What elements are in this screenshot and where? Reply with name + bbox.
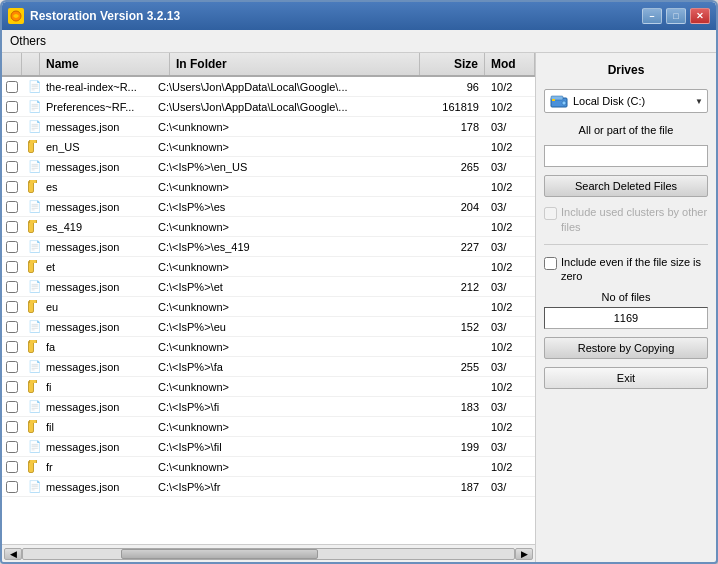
- table-row[interactable]: filC:\<unknown>10/2: [2, 417, 535, 437]
- minimize-button[interactable]: –: [642, 8, 662, 24]
- drives-section-title: Drives: [544, 63, 708, 77]
- include-zero-size-checkbox[interactable]: [544, 257, 557, 270]
- table-row[interactable]: fiC:\<unknown>10/2: [2, 377, 535, 397]
- table-row[interactable]: en_USC:\<unknown>10/2: [2, 137, 535, 157]
- row-checkbox[interactable]: [6, 221, 18, 233]
- drive-selector[interactable]: Local Disk (C:) ▼: [544, 89, 708, 113]
- include-used-clusters-checkbox[interactable]: [544, 207, 557, 220]
- cell-folder: C:\<unknown>: [152, 180, 420, 194]
- file-icon: 📄: [28, 160, 40, 174]
- col-size-header[interactable]: Size: [420, 53, 485, 75]
- table-row[interactable]: 📄messages.jsonC:\<IsP%>\es20403/: [2, 197, 535, 217]
- table-row[interactable]: frC:\<unknown>10/2: [2, 457, 535, 477]
- title-bar: Restoration Version 3.2.13 – □ ✕: [2, 2, 716, 30]
- cell-mod: 03/: [485, 360, 535, 374]
- cell-mod: 10/2: [485, 420, 535, 434]
- row-checkbox[interactable]: [6, 301, 18, 313]
- menu-others[interactable]: Others: [10, 34, 46, 48]
- row-checkbox[interactable]: [6, 321, 18, 333]
- cell-size: [420, 266, 485, 268]
- scroll-left-btn[interactable]: ◀: [4, 548, 22, 560]
- row-checkbox[interactable]: [6, 121, 18, 133]
- h-scrollbar-track[interactable]: [22, 548, 515, 560]
- table-row[interactable]: 📄messages.jsonC:\<IsP%>\fil19903/: [2, 437, 535, 457]
- cell-name: fa: [40, 340, 152, 354]
- table-row[interactable]: 📄messages.jsonC:\<IsP%>\fi18303/: [2, 397, 535, 417]
- row-checkbox[interactable]: [6, 81, 18, 93]
- cell-size: 265: [420, 160, 485, 174]
- file-icon: 📄: [28, 320, 40, 334]
- row-checkbox[interactable]: [6, 421, 18, 433]
- table-row[interactable]: 📄messages.jsonC:\<IsP%>\es_41922703/: [2, 237, 535, 257]
- row-checkbox[interactable]: [6, 261, 18, 273]
- file-icon: 📄: [28, 440, 40, 454]
- row-checkbox[interactable]: [6, 181, 18, 193]
- col-mod-header[interactable]: Mod: [485, 53, 535, 75]
- include-used-clusters-label: Include used clusters by other files: [561, 205, 708, 234]
- row-checkbox[interactable]: [6, 201, 18, 213]
- cell-name: the-real-index~R...: [40, 80, 152, 94]
- drive-dropdown-arrow[interactable]: ▼: [695, 97, 703, 106]
- row-checkbox[interactable]: [6, 161, 18, 173]
- cell-folder: C:\<IsP%>\eu: [152, 320, 420, 334]
- cell-name: messages.json: [40, 280, 152, 294]
- row-checkbox[interactable]: [6, 441, 18, 453]
- table-row[interactable]: 📄messages.jsonC:\<IsP%>\eu15203/: [2, 317, 535, 337]
- table-row[interactable]: 📄messages.jsonC:\<IsP%>\et21203/: [2, 277, 535, 297]
- cell-name: eu: [40, 300, 152, 314]
- row-checkbox[interactable]: [6, 461, 18, 473]
- table-row[interactable]: 📄messages.jsonC:\<IsP%>\fa25503/: [2, 357, 535, 377]
- h-scrollbar-thumb[interactable]: [121, 549, 317, 559]
- folder-icon: [28, 261, 34, 273]
- close-button[interactable]: ✕: [690, 8, 710, 24]
- table-row[interactable]: 📄the-real-index~R...C:\Users\Jon\AppData…: [2, 77, 535, 97]
- cell-folder: C:\<IsP%>\en_US: [152, 160, 420, 174]
- cell-folder: C:\<unknown>: [152, 220, 420, 234]
- table-row[interactable]: 📄messages.jsonC:\<unknown>17803/: [2, 117, 535, 137]
- cell-folder: C:\<IsP%>\fi: [152, 400, 420, 414]
- table-row[interactable]: 📄Preferences~RF...C:\Users\Jon\AppData\L…: [2, 97, 535, 117]
- cell-folder: C:\<IsP%>\es: [152, 200, 420, 214]
- table-row[interactable]: es_419C:\<unknown>10/2: [2, 217, 535, 237]
- file-panel: Name In Folder Size Mod 📄the-real-index~…: [2, 53, 536, 562]
- row-checkbox[interactable]: [6, 281, 18, 293]
- row-checkbox[interactable]: [6, 481, 18, 493]
- row-checkbox[interactable]: [6, 341, 18, 353]
- table-row[interactable]: 📄messages.jsonC:\<IsP%>\fr18703/: [2, 477, 535, 497]
- cell-mod: 03/: [485, 480, 535, 494]
- cell-size: 96: [420, 80, 485, 94]
- scroll-right-btn[interactable]: ▶: [515, 548, 533, 560]
- col-folder-header[interactable]: In Folder: [170, 53, 420, 75]
- table-body[interactable]: 📄the-real-index~R...C:\Users\Jon\AppData…: [2, 77, 535, 544]
- table-row[interactable]: euC:\<unknown>10/2: [2, 297, 535, 317]
- row-checkbox[interactable]: [6, 101, 18, 113]
- files-count-section: No of files 1169: [544, 291, 708, 329]
- table-row[interactable]: esC:\<unknown>10/2: [2, 177, 535, 197]
- row-checkbox[interactable]: [6, 141, 18, 153]
- file-icon: 📄: [28, 100, 40, 114]
- file-icon: 📄: [28, 400, 40, 414]
- table-row[interactable]: etC:\<unknown>10/2: [2, 257, 535, 277]
- table-row[interactable]: 📄messages.jsonC:\<IsP%>\en_US26503/: [2, 157, 535, 177]
- cell-name: fil: [40, 420, 152, 434]
- cell-folder: C:\<IsP%>\et: [152, 280, 420, 294]
- col-icon-header: [22, 53, 40, 75]
- cell-folder: C:\<unknown>: [152, 120, 420, 134]
- row-checkbox[interactable]: [6, 241, 18, 253]
- restore-by-copying-button[interactable]: Restore by Copying: [544, 337, 708, 359]
- cell-mod: 10/2: [485, 140, 535, 154]
- row-checkbox[interactable]: [6, 381, 18, 393]
- cell-mod: 03/: [485, 120, 535, 134]
- cell-folder: C:\<unknown>: [152, 460, 420, 474]
- horizontal-scrollbar[interactable]: ◀ ▶: [2, 544, 535, 562]
- search-deleted-files-button[interactable]: Search Deleted Files: [544, 175, 708, 197]
- cell-folder: C:\<IsP%>\es_419: [152, 240, 420, 254]
- row-checkbox[interactable]: [6, 401, 18, 413]
- table-row[interactable]: faC:\<unknown>10/2: [2, 337, 535, 357]
- exit-button[interactable]: Exit: [544, 367, 708, 389]
- maximize-button[interactable]: □: [666, 8, 686, 24]
- file-icon: 📄: [28, 200, 40, 214]
- file-filter-input[interactable]: [544, 145, 708, 167]
- col-name-header[interactable]: Name: [40, 53, 170, 75]
- row-checkbox[interactable]: [6, 361, 18, 373]
